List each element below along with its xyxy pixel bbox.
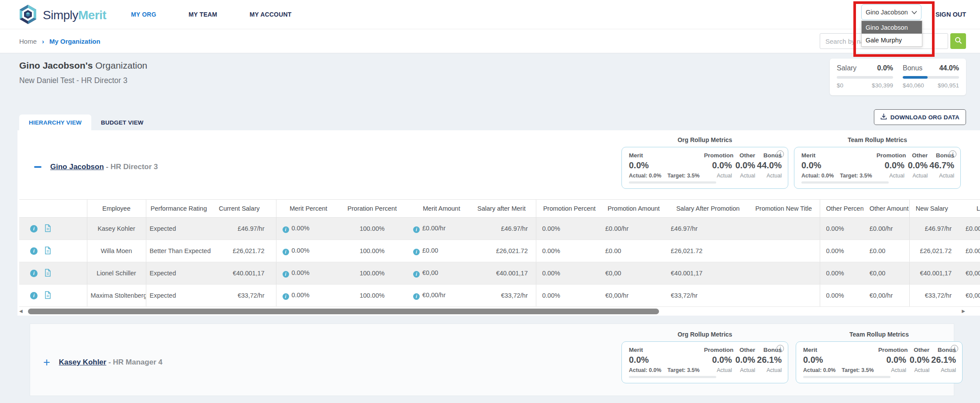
bonus-summary: Bonus44.0% $40,060$90,951 [903, 64, 959, 90]
cell-other_amount: £0.00/hr [863, 218, 909, 240]
bonus-value: 26.1% [757, 355, 782, 365]
section-title: Gino Jacobson - HR Director 3 [50, 163, 158, 171]
logo-hexagon-icon [17, 4, 38, 27]
cell-current_salary: £46.97/hr [211, 218, 276, 240]
cell-promotion_amount: €0,00 [599, 262, 665, 285]
sign-out-button[interactable]: SIGN OUT [935, 0, 966, 29]
team-rollup-metrics: Team Rollup MetricsiMerit0.0%Actual: 0.0… [794, 136, 961, 189]
cell-lump_sum: €0,00 [959, 262, 980, 285]
breadcrumb-current[interactable]: My Organization [49, 38, 100, 45]
promotion-block: Promotion0.0%Actual [876, 152, 904, 188]
scroll-right-icon[interactable]: ▶ [960, 308, 965, 315]
info-icon[interactable]: i [413, 249, 420, 255]
nav-my-team[interactable]: MY TEAM [189, 11, 217, 18]
merit-actual: Actual: 0.0% [629, 173, 661, 179]
metrics-title: Org Rollup Metrics [621, 331, 788, 338]
nav-my-org[interactable]: MY ORG [131, 11, 156, 18]
collapse-button[interactable] [34, 166, 41, 168]
employee-link[interactable]: Gino Jacobson [50, 163, 104, 171]
document-column-header [41, 200, 87, 218]
bonus-block: Bonus26.1%Actual [757, 347, 782, 383]
col-header-performance_rating: Performance Rating [146, 200, 211, 218]
expand-button[interactable]: + [43, 358, 50, 367]
employee-row: iWilla MoenBetter Than Expected£26,021.7… [19, 240, 980, 262]
employee-link[interactable]: Kasey Kohler [59, 358, 107, 366]
scrollbar-track[interactable] [24, 309, 960, 314]
document-icon[interactable] [45, 224, 51, 232]
info-icon[interactable]: i [283, 226, 289, 233]
cell-lump_sum: £0.00 [959, 240, 980, 262]
info-icon[interactable]: i [776, 345, 784, 352]
cell-salary_after_merit: €33,72/hr [473, 285, 536, 307]
promotion-block: Promotion0.0%Actual [704, 347, 732, 383]
cell-other_amount: €0,00/hr [863, 285, 909, 307]
cell-proration_percent: 100.00% [337, 262, 407, 285]
chevron-down-icon [911, 9, 917, 16]
info-icon[interactable]: i [30, 270, 38, 277]
search-button[interactable] [950, 33, 966, 49]
merit-value: 0.0% [801, 160, 875, 170]
info-icon[interactable]: i [413, 271, 420, 278]
cell-promotion_amount: €0,00/hr [599, 285, 665, 307]
cell-proration_percent: 100.00% [337, 240, 407, 262]
cell-merit_amount: i€0,00/hr [407, 285, 473, 307]
cell-merit_amount: i£0.00 [407, 240, 473, 262]
user-dropdown-button[interactable]: Gino Jacobson [861, 4, 921, 20]
simplymerit-logo[interactable]: SimplyMerit [17, 4, 106, 27]
info-icon[interactable]: i [951, 345, 958, 352]
document-icon[interactable] [45, 247, 51, 254]
page-title: Gino Jacobson's Organization [19, 60, 147, 71]
merit-label: Merit [629, 347, 702, 353]
info-icon[interactable]: i [283, 271, 289, 278]
other-block: Other0.0%Actual [734, 347, 755, 383]
cell-salary_after_merit: £46.97/hr [473, 218, 536, 240]
metrics-card: iMerit0.0%Actual: 0.0%Target: 3.5%Promot… [621, 147, 788, 189]
merit-actual: Actual: 0.0% [803, 367, 835, 373]
metrics-card: iMerit0.0%Actual: 0.0%Target: 3.5%Promot… [794, 147, 961, 189]
employee-role: - HR Manager 4 [106, 358, 162, 366]
nav-my-account[interactable]: MY ACCOUNT [249, 11, 291, 18]
salary-budget: $30,399 [872, 82, 893, 89]
promotion-actual-label: Actual [704, 367, 732, 373]
user-options: Gino JacobsonGale Murphy [861, 21, 922, 47]
salary-label: Salary [837, 64, 856, 72]
tab-hierarchy-view[interactable]: HIERARCHY VIEW [19, 115, 91, 130]
promotion-value: 0.0% [704, 355, 732, 365]
info-icon[interactable]: i [30, 225, 38, 233]
cell-current_salary: €33,72/hr [211, 285, 276, 307]
page-subtitle: New Daniel Test - HR Director 3 [19, 76, 128, 85]
other-label: Other [734, 152, 755, 159]
info-icon[interactable]: i [30, 292, 38, 299]
info-icon[interactable]: i [283, 249, 289, 255]
info-icon[interactable]: i [30, 247, 38, 255]
cell-merit_amount: i£0.00/hr [407, 218, 473, 240]
scroll-left-icon[interactable]: ◀ [19, 308, 24, 315]
cell-salary_after_merit: £26,021.72 [473, 240, 536, 262]
cell-salary_after_merit: €40.001,17 [473, 262, 536, 285]
cell-promotion_percent: 0.00% [536, 262, 599, 285]
section-title: Kasey Kohler - HR Manager 4 [59, 358, 162, 367]
breadcrumb-home[interactable]: Home [19, 38, 37, 45]
document-icon[interactable] [45, 291, 51, 299]
tab-budget-view[interactable]: BUDGET VIEW [91, 115, 153, 130]
info-icon[interactable]: i [949, 150, 956, 158]
document-icon[interactable] [45, 269, 51, 277]
scrollbar-thumb[interactable] [28, 309, 659, 314]
salary-summary: Salary0.0% $0$30,399 [837, 64, 893, 90]
col-header-proration_percent: Proration Percent [337, 200, 407, 218]
cell-value: 0.00% [292, 269, 310, 276]
info-icon[interactable]: i [776, 150, 784, 158]
other-label: Other [908, 347, 929, 353]
bonus-value: 46.7% [929, 160, 954, 170]
team-rollup-metrics: Team Rollup MetricsiMerit0.0%Actual: 0.0… [796, 331, 963, 383]
merit-value: 0.0% [803, 355, 876, 365]
info-icon[interactable]: i [283, 293, 289, 300]
promotion-actual-label: Actual [704, 173, 732, 179]
table-header-row: EmployeePerformance RatingCurrent Salary… [19, 200, 980, 218]
download-org-data-button[interactable]: DOWNLOAD ORG DATA [874, 109, 966, 125]
user-option[interactable]: Gino Jacobson [862, 21, 922, 34]
info-icon[interactable]: i [413, 293, 420, 300]
view-tabs: HIERARCHY VIEWBUDGET VIEW [19, 115, 153, 130]
user-option[interactable]: Gale Murphy [862, 34, 922, 46]
info-icon[interactable]: i [413, 226, 420, 233]
